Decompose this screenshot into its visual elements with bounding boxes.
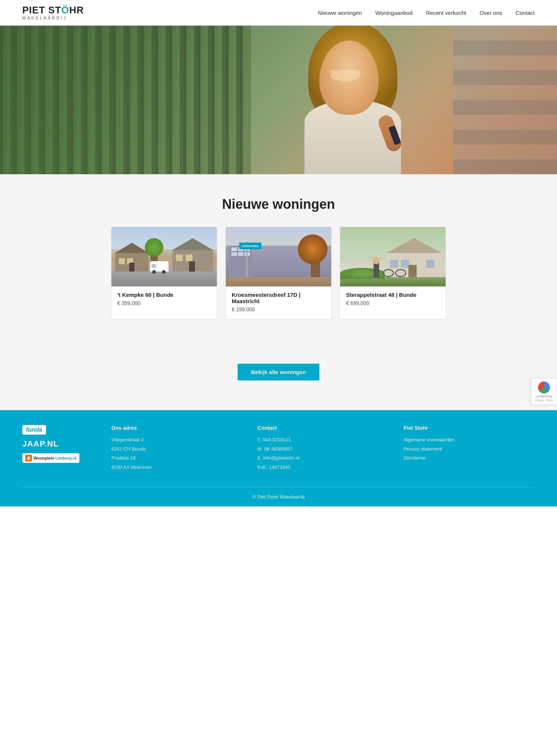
hero-building: [453, 26, 557, 174]
main-nav: Nieuwe woningen Woningaanbod Recent verk…: [318, 10, 535, 16]
ground-2: [226, 277, 331, 286]
property-image-2: STRAATWEG: [226, 227, 331, 286]
recaptcha-text: reCAPTCHA: [535, 395, 553, 398]
bh-w2: [401, 260, 409, 268]
house-right: [172, 242, 213, 272]
funda-logo: funda: [26, 426, 42, 433]
section-title: Nieuwe woningen: [22, 197, 535, 212]
footer-address-col: Ons adres Vliegenstraat 2 6241 CH Bunde …: [111, 425, 242, 472]
property-info-2: Kroesmeestersdreef 17D | Maastricht € 19…: [226, 286, 331, 319]
property-image-3: [340, 227, 446, 286]
footer-address-line-4: 6230 AA Meerssen: [111, 463, 242, 472]
jaap-logo: JAAP.NL: [22, 439, 97, 449]
logo-text: PIET STÖHR: [22, 5, 84, 15]
woonplein-house-shape: [27, 456, 30, 460]
property-card-1[interactable]: 't Kempke 60 | Bunde € 359.000: [111, 227, 217, 319]
street-sign: STRAATWEG: [239, 243, 261, 249]
footer-links-col: Piet Stohr Algemene voorwaarden Privacy …: [404, 425, 535, 472]
nav-item-nieuwe-woningen[interactable]: Nieuwe woningen: [318, 10, 362, 16]
hero-section: [0, 26, 557, 174]
footer-link-algemene[interactable]: Algemene voorwaarden: [404, 435, 535, 445]
property-info-3: Sterappelstraat 48 | Bunde € 699.000: [340, 286, 446, 313]
footer-contact-col: Contact T. 043-3218111 M. 06-46085657 E.…: [257, 425, 388, 472]
nav-item-contact[interactable]: Contact: [515, 10, 535, 16]
w5: [238, 252, 244, 256]
house-left: [115, 246, 149, 272]
big-house: [386, 242, 442, 279]
w4: [231, 252, 237, 256]
recaptcha-logo: [538, 382, 550, 393]
property-card-3[interactable]: Sterappelstraat 48 | Bunde € 699.000: [340, 227, 446, 319]
funda-badge: funda: [22, 425, 46, 435]
window-3: [176, 254, 183, 261]
footer: funda JAAP.NL Woonplein Limburg.nl Ons a…: [0, 410, 557, 506]
footer-contact-kvk: KvK. 14071845: [257, 463, 388, 472]
logo-subtitle: MAKELAARDIJ: [22, 16, 84, 20]
door: [129, 263, 134, 272]
big-house-roof: [386, 238, 442, 253]
recaptcha-terms: Privacy · Terms: [535, 399, 553, 402]
property-name-1: 't Kempke 60 | Bunde: [117, 292, 211, 298]
cta-section: Bekijk alle woningen: [0, 349, 557, 410]
woonplein-icon: [25, 455, 32, 461]
tree-top: [145, 238, 163, 257]
footer-contact-heading: Contact: [257, 425, 388, 431]
logo-accent: Ö: [61, 4, 69, 16]
van: [150, 261, 169, 272]
hero-person: [304, 26, 401, 174]
house-roof: [115, 243, 149, 253]
property-price-2: € 199.000: [232, 306, 325, 312]
main-content: Nieuwe woningen: [0, 174, 557, 349]
footer-grid: funda JAAP.NL Woonplein Limburg.nl Ons a…: [22, 425, 535, 487]
footer-link-disclaimer[interactable]: Disclaimer: [404, 454, 535, 463]
w1: [231, 247, 237, 251]
hero-smile: [330, 70, 360, 81]
property-grid: 't Kempke 60 | Bunde € 359.000: [111, 227, 446, 319]
bike-wheel-1: [383, 269, 394, 277]
window-4: [186, 254, 192, 261]
woonplein-badge: Woonplein Limburg.nl: [22, 453, 79, 463]
footer-contact-mobile: M. 06-46085657: [257, 445, 388, 454]
bh-w3: [426, 260, 434, 268]
window-1: [119, 258, 125, 264]
logo: PIET STÖHR MAKELAARDIJ: [22, 5, 84, 20]
van-wheel-l: [152, 270, 156, 274]
bike-wheel-2: [395, 269, 406, 277]
footer-address-line-3: Postbus 18: [111, 454, 242, 463]
door-r: [189, 261, 195, 272]
footer-address-heading: Ons adres: [111, 425, 242, 431]
footer-copyright: © Piet Stohr Makelaardij: [253, 494, 304, 500]
property-info-1: 't Kempke 60 | Bunde € 359.000: [111, 286, 217, 313]
woonplein-text: Woonplein Limburg.nl: [33, 456, 76, 460]
nav-item-woningaanbod[interactable]: Woningaanbod: [375, 10, 413, 16]
cta-button[interactable]: Bekijk alle woningen: [238, 364, 319, 380]
block-1: [229, 246, 252, 279]
sign-text: STRAATWEG: [242, 245, 259, 247]
bh-w1: [390, 260, 398, 268]
property-card-2[interactable]: STRAATWEG Kroesmeestersdreef 17D | Maast…: [226, 227, 331, 319]
nav-item-over-ons[interactable]: Over ons: [479, 10, 502, 16]
footer-links-heading: Piet Stohr: [404, 425, 535, 431]
property-price-3: € 699.000: [346, 300, 440, 306]
house-roof-r: [172, 238, 213, 250]
property-image-1: [111, 227, 217, 286]
footer-bottom: © Piet Stohr Makelaardij: [22, 487, 535, 506]
footer-address-line-2: 6241 CH Bunde: [111, 445, 242, 454]
footer-address-line-1: Vliegenstraat 2: [111, 435, 242, 445]
footer-logos-col: funda JAAP.NL Woonplein Limburg.nl: [22, 425, 97, 472]
header: PIET STÖHR MAKELAARDIJ Nieuwe woningen W…: [0, 0, 557, 26]
footer-contact-phone: T. 043-3218111: [257, 435, 388, 445]
footer-contact-email: E. info@pietstohr.nl: [257, 454, 388, 463]
person-head: [372, 257, 380, 264]
recaptcha-badge: reCAPTCHA Privacy · Terms: [531, 378, 557, 405]
property-price-1: € 359.000: [117, 300, 211, 306]
property-name-2: Kroesmeestersdreef 17D | Maastricht: [232, 292, 325, 304]
tree-autumn: [298, 234, 328, 264]
nav-item-recent-verkocht[interactable]: Recent verkocht: [426, 10, 466, 16]
woonplein-accent: Limburg.nl: [55, 456, 76, 460]
person-sil: [374, 262, 379, 277]
footer-link-privacy[interactable]: Privacy statement: [404, 445, 535, 454]
van-window: [152, 264, 156, 268]
property-name-3: Sterappelstraat 48 | Bunde: [346, 292, 440, 298]
van-wheel-r: [162, 270, 166, 274]
